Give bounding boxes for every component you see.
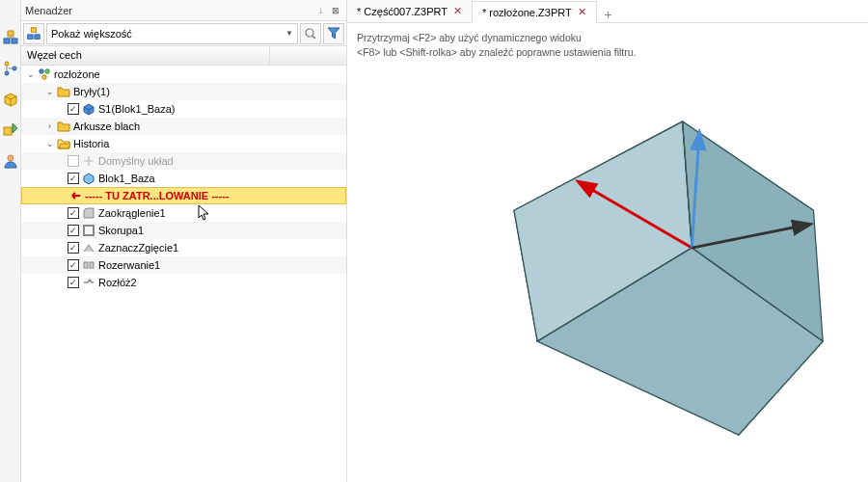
- shell-icon: [82, 224, 95, 237]
- block-item[interactable]: ✓ Blok1_Baza: [21, 170, 346, 187]
- assembly-node-icon: [38, 67, 51, 81]
- rollback-bar[interactable]: ----- TU ZATR...LOWANIE -----: [21, 187, 346, 204]
- layout-item[interactable]: Domyślny układ: [21, 152, 346, 170]
- checkbox[interactable]: ✓: [68, 173, 79, 184]
- body-label: S1(Blok1_Baza): [98, 103, 176, 115]
- pin-icon[interactable]: ⟂: [313, 4, 327, 17]
- bend-icon: [82, 241, 95, 254]
- user-icon[interactable]: [2, 152, 19, 170]
- viewport-area: * Część007.Z3PRT ✕ * rozłożone.Z3PRT ✕ +…: [347, 0, 868, 482]
- tab-label: * rozłożone.Z3PRT: [482, 7, 572, 18]
- panel-header: Menadżer ⟂ ⊠: [21, 0, 346, 21]
- svg-point-14: [42, 75, 46, 79]
- add-tab-button[interactable]: +: [597, 7, 620, 22]
- svg-rect-9: [28, 34, 33, 38]
- tab-rozlozone[interactable]: * rozłożone.Z3PRT ✕: [473, 1, 597, 23]
- search-button[interactable]: [300, 23, 321, 44]
- filter-row: Pokaż większość ▼: [21, 21, 346, 46]
- fillet-label: Zaokrąglenie1: [98, 207, 166, 219]
- close-icon[interactable]: ✕: [578, 6, 586, 18]
- bodies-label: Bryły(1): [73, 86, 110, 97]
- import-icon[interactable]: [2, 121, 19, 139]
- expand-icon[interactable]: ⌄: [25, 69, 36, 80]
- checkbox[interactable]: [68, 155, 79, 167]
- tree-icon[interactable]: [2, 60, 19, 77]
- svg-rect-0: [8, 31, 14, 36]
- rollback-arrow-icon: [68, 189, 82, 202]
- folder-open-icon: [57, 137, 70, 150]
- column-header-2[interactable]: [270, 46, 346, 65]
- help-line-1: Przytrzymaj <F2> aby użyć dynamicznego w…: [357, 31, 858, 45]
- left-toolbar: [0, 0, 21, 482]
- help-text: Przytrzymaj <F2> aby użyć dynamicznego w…: [347, 23, 868, 61]
- checkbox[interactable]: ✓: [68, 103, 79, 115]
- manager-panel: Menadżer ⟂ ⊠ Pokaż większość ▼ Węzeł cec…: [21, 0, 347, 482]
- assembly-filter-button[interactable]: [23, 23, 44, 44]
- filter-combo[interactable]: Pokaż większość ▼: [46, 23, 298, 44]
- filter-combo-text: Pokaż większość: [51, 28, 132, 40]
- rip-item[interactable]: ✓ Rozerwanie1: [21, 256, 346, 274]
- history-label: Historia: [73, 138, 109, 149]
- markbend-item[interactable]: ✓ ZaznaczZgięcie1: [21, 239, 346, 256]
- sheets-label: Arkusze blach: [73, 120, 140, 132]
- fillet-icon: [82, 206, 95, 220]
- checkbox[interactable]: ✓: [68, 277, 79, 288]
- panel-title: Menadżer: [25, 5, 72, 16]
- 3d-scene[interactable]: [347, 61, 868, 482]
- close-icon[interactable]: ✕: [453, 5, 462, 17]
- solid-icon: [82, 102, 95, 116]
- markbend-label: ZaznaczZgięcie1: [98, 242, 178, 254]
- close-panel-icon[interactable]: ⊠: [329, 4, 342, 17]
- expand-icon[interactable]: ⌄: [44, 139, 55, 149]
- svg-rect-8: [31, 27, 36, 31]
- help-line-2: <F8> lub <Shift-rolka> aby znaleźć popra…: [357, 45, 858, 60]
- shell-label: Skorupa1: [98, 225, 144, 236]
- cube-icon[interactable]: [2, 91, 19, 108]
- fillet-item[interactable]: ✓ Zaokrąglenie1: [21, 204, 346, 222]
- checkbox[interactable]: ✓: [68, 207, 79, 219]
- checkbox[interactable]: ✓: [68, 225, 79, 236]
- expand-icon[interactable]: ›: [44, 121, 55, 132]
- svg-point-7: [8, 155, 14, 161]
- block-label: Blok1_Baza: [98, 173, 155, 184]
- rollback-label: ----- TU ZATR...LOWANIE -----: [85, 190, 229, 201]
- assembly-icon[interactable]: [2, 29, 19, 46]
- chevron-down-icon: ▼: [285, 29, 293, 38]
- sheets-node[interactable]: › Arkusze blach: [21, 118, 346, 135]
- svg-rect-10: [35, 34, 40, 38]
- document-tabs: * Część007.Z3PRT ✕ * rozłożone.Z3PRT ✕ +: [347, 0, 868, 23]
- svg-rect-6: [4, 127, 12, 135]
- svg-rect-18: [90, 262, 94, 268]
- history-node[interactable]: ⌄ Historia: [21, 135, 346, 152]
- checkbox[interactable]: ✓: [68, 242, 79, 254]
- extrude-icon: [82, 172, 95, 185]
- layout-icon: [82, 154, 95, 168]
- bodies-node[interactable]: ⌄ Bryły(1): [21, 83, 346, 100]
- tab-label: * Część007.Z3PRT: [357, 6, 448, 17]
- cursor-icon: [198, 204, 211, 222]
- svg-rect-17: [84, 262, 88, 268]
- tab-part007[interactable]: * Część007.Z3PRT ✕: [347, 0, 473, 22]
- table-header: Węzeł cech: [21, 46, 346, 66]
- svg-point-11: [306, 29, 313, 37]
- feature-tree[interactable]: ⌄ rozłożone ⌄ Bryły(1) ✓ S1(Blok1_Baza) …: [21, 66, 346, 482]
- folder-icon: [57, 120, 70, 133]
- column-header-1[interactable]: Węzeł cech: [21, 46, 270, 65]
- shell-item[interactable]: ✓ Skorupa1: [21, 222, 346, 239]
- svg-point-4: [5, 71, 9, 75]
- rip-label: Rozerwanie1: [98, 259, 160, 271]
- folder-icon: [57, 85, 70, 98]
- unfold-item[interactable]: ✓ Rozłóż2: [21, 274, 346, 291]
- svg-rect-16: [84, 226, 94, 235]
- svg-rect-2: [12, 39, 17, 43]
- checkbox[interactable]: ✓: [68, 259, 79, 271]
- tree-root[interactable]: ⌄ rozłożone: [21, 66, 346, 83]
- funnel-button[interactable]: [323, 23, 344, 44]
- expand-icon[interactable]: ⌄: [44, 87, 55, 97]
- svg-point-15: [88, 160, 91, 163]
- unfold-label: Rozłóż2: [98, 277, 137, 288]
- rip-icon: [82, 258, 95, 272]
- tree-root-label: rozłożone: [54, 68, 100, 80]
- body-item[interactable]: ✓ S1(Blok1_Baza): [21, 100, 346, 118]
- layout-label: Domyślny układ: [98, 155, 174, 167]
